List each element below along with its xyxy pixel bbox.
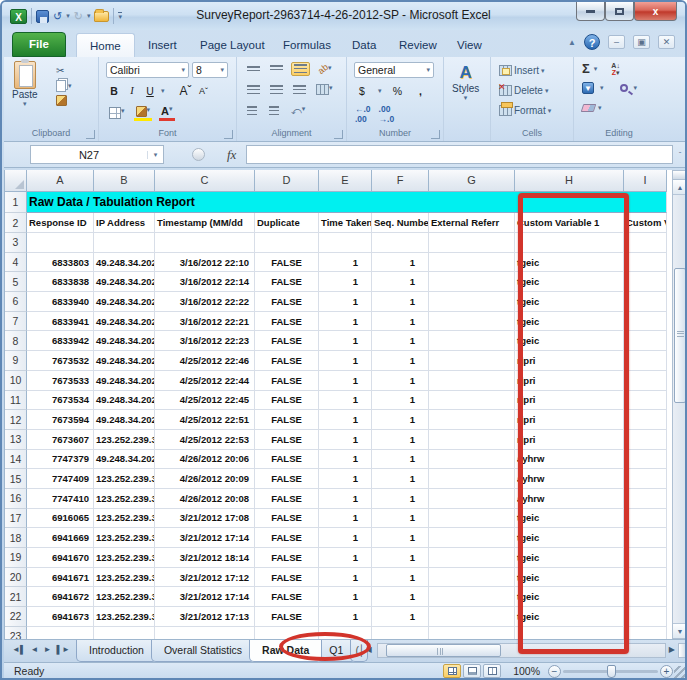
cell[interactable] bbox=[255, 233, 319, 253]
cell[interactable] bbox=[624, 430, 667, 450]
cell[interactable] bbox=[624, 292, 667, 312]
cell[interactable]: 3/21/2012 17:12 bbox=[155, 568, 255, 588]
italic-button[interactable]: I bbox=[125, 83, 139, 98]
cell[interactable]: FALSE bbox=[255, 568, 319, 588]
wrap-text-button[interactable]: ⤺▾ bbox=[289, 104, 307, 118]
cell[interactable] bbox=[429, 450, 515, 470]
cell[interactable] bbox=[429, 627, 515, 639]
sheet-tab-introduction[interactable]: Introduction bbox=[76, 640, 157, 662]
cell[interactable]: 49.248.34.202 bbox=[94, 272, 155, 292]
align-center-button[interactable] bbox=[268, 84, 285, 96]
cell[interactable] bbox=[429, 312, 515, 332]
delete-cells-button[interactable]: Delete▾ bbox=[499, 83, 548, 98]
cell[interactable]: 3/21/2012 17:08 bbox=[155, 509, 255, 529]
sort-filter-button[interactable]: A↓Z▾ bbox=[611, 62, 620, 76]
bold-button[interactable]: B bbox=[107, 83, 121, 98]
tab-formulas[interactable]: Formulas bbox=[270, 33, 344, 57]
tab-home[interactable]: Home bbox=[76, 33, 135, 57]
zoom-out-button[interactable]: − bbox=[548, 665, 561, 678]
vertical-scrollbar[interactable]: ▲ ▼ bbox=[672, 170, 687, 639]
next-sheet-icon[interactable]: ► bbox=[42, 644, 54, 655]
cell[interactable]: FALSE bbox=[255, 272, 319, 292]
last-sheet-icon[interactable]: ▌► bbox=[54, 644, 72, 655]
cell[interactable]: 3/21/2012 18:14 bbox=[155, 548, 255, 568]
cell[interactable]: 3/16/2012 22:14 bbox=[155, 272, 255, 292]
cell[interactable]: 3/16/2012 22:10 bbox=[155, 253, 255, 273]
fill-button[interactable]: ▼ bbox=[582, 82, 594, 94]
row-header-16[interactable]: 16 bbox=[5, 489, 27, 509]
percent-button[interactable]: % bbox=[391, 83, 405, 98]
row-header-8[interactable]: 8 bbox=[5, 331, 27, 351]
cell[interactable]: 6941672 bbox=[27, 587, 94, 607]
cell[interactable]: 1 bbox=[319, 469, 372, 489]
align-middle-button[interactable] bbox=[268, 64, 285, 74]
cell[interactable] bbox=[624, 253, 667, 273]
row-header-23[interactable]: 23 bbox=[5, 627, 27, 639]
insert-cells-button[interactable]: Insert▾ bbox=[499, 63, 545, 78]
first-sheet-icon[interactable]: ◄▌ bbox=[10, 644, 28, 655]
cell[interactable]: 1 bbox=[319, 509, 372, 529]
cell[interactable]: 1 bbox=[319, 489, 372, 509]
cell[interactable]: FALSE bbox=[255, 410, 319, 430]
row-header-3[interactable]: 3 bbox=[5, 233, 27, 253]
cell[interactable]: FALSE bbox=[255, 528, 319, 548]
row-header-9[interactable]: 9 bbox=[5, 351, 27, 371]
cell[interactable]: 3/21/2012 17:13 bbox=[155, 607, 255, 627]
format-cells-button[interactable]: Format▾ bbox=[499, 103, 551, 118]
formula-input[interactable] bbox=[246, 145, 673, 164]
cell[interactable] bbox=[429, 331, 515, 351]
row-header-22[interactable]: 22 bbox=[5, 607, 27, 627]
align-bottom-button[interactable] bbox=[291, 62, 310, 76]
expand-formula-bar-icon[interactable]: ˇ bbox=[673, 150, 687, 159]
cell-header[interactable]: External Referr bbox=[429, 213, 515, 233]
cell[interactable]: 7673532 bbox=[27, 351, 94, 371]
cell[interactable] bbox=[429, 509, 515, 529]
row-header-11[interactable]: 11 bbox=[5, 391, 27, 411]
row-header-4[interactable]: 4 bbox=[5, 253, 27, 273]
column-header-B[interactable]: B bbox=[94, 170, 155, 192]
cell[interactable]: 1 bbox=[319, 430, 372, 450]
cell[interactable]: 123.252.239.3 bbox=[94, 568, 155, 588]
name-box-dropdown-icon[interactable]: ▾ bbox=[147, 151, 163, 159]
cell[interactable] bbox=[429, 430, 515, 450]
font-name-combo[interactable]: Calibri▾ bbox=[106, 62, 189, 78]
row-header-5[interactable]: 5 bbox=[5, 272, 27, 292]
cell[interactable]: FALSE bbox=[255, 489, 319, 509]
borders-button[interactable]: ▾ bbox=[107, 106, 127, 120]
cell[interactable] bbox=[155, 233, 255, 253]
tab-review[interactable]: Review bbox=[386, 33, 450, 57]
number-dialog-launcher-icon[interactable] bbox=[431, 130, 440, 139]
cell[interactable]: FALSE bbox=[255, 469, 319, 489]
tab-data[interactable]: Data bbox=[339, 33, 389, 57]
row-header-19[interactable]: 19 bbox=[5, 548, 27, 568]
restore-button[interactable] bbox=[605, 2, 634, 21]
row-header-2[interactable]: 2 bbox=[5, 213, 27, 233]
cell[interactable] bbox=[429, 607, 515, 627]
cell[interactable] bbox=[624, 391, 667, 411]
decrease-indent-button[interactable] bbox=[245, 105, 259, 117]
sheet-tab-overall-statistics[interactable]: Overall Statistics bbox=[151, 640, 255, 662]
cell[interactable] bbox=[319, 233, 372, 253]
cell[interactable]: 6833940 bbox=[27, 292, 94, 312]
cell[interactable]: 1 bbox=[372, 587, 429, 607]
align-top-button[interactable] bbox=[245, 65, 262, 73]
cell[interactable]: FALSE bbox=[255, 371, 319, 391]
zoom-track[interactable] bbox=[563, 670, 658, 673]
select-all-corner[interactable] bbox=[5, 170, 27, 192]
minimize-button[interactable] bbox=[576, 2, 605, 21]
cell[interactable]: 3/16/2012 22:21 bbox=[155, 312, 255, 332]
cell[interactable]: 1 bbox=[319, 351, 372, 371]
cell[interactable]: 1 bbox=[319, 568, 372, 588]
cell[interactable]: FALSE bbox=[255, 450, 319, 470]
tab-insert[interactable]: Insert bbox=[135, 33, 190, 57]
cell[interactable] bbox=[624, 509, 667, 529]
cell[interactable]: 7747409 bbox=[27, 469, 94, 489]
cell[interactable]: 123.252.239.3 bbox=[94, 509, 155, 529]
cell[interactable]: 1 bbox=[372, 469, 429, 489]
row-header-1[interactable]: 1 bbox=[5, 192, 27, 213]
cell[interactable]: FALSE bbox=[255, 548, 319, 568]
cell[interactable]: 1 bbox=[319, 548, 372, 568]
cell[interactable]: FALSE bbox=[255, 587, 319, 607]
horizontal-split-handle[interactable] bbox=[678, 643, 687, 658]
row-header-10[interactable]: 10 bbox=[5, 371, 27, 391]
